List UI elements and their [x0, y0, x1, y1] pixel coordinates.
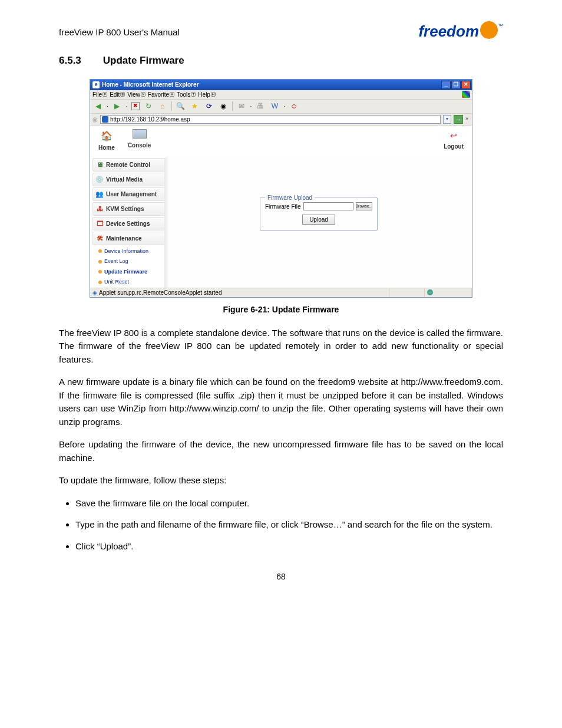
webapp-header: 🏠 Home Console ↩ Logout — [90, 126, 472, 156]
sidebar-item-label: Remote Control — [106, 160, 150, 169]
status-text: Applet sun.pp.rc.RemoteConsoleApplet sta… — [99, 288, 222, 297]
bullet-icon — [98, 249, 102, 253]
ie-page-icon — [102, 116, 108, 123]
page-number: 68 — [59, 571, 503, 583]
address-input[interactable]: http://192.168.10.23/home.asp — [100, 115, 441, 124]
address-dropdown[interactable]: ▾ — [443, 115, 451, 124]
step-item: Save the firmware file on the local comp… — [75, 497, 503, 510]
virtual-media-icon: 💿 — [95, 175, 104, 183]
logout-button[interactable]: ↩ Logout — [444, 130, 464, 151]
sidebar-item-user-management[interactable]: 👥 User Management — [92, 187, 166, 201]
body-para-1: The freeView IP 800 is a complete standa… — [59, 327, 503, 367]
window-title: Home - Microsoft Internet Explorer — [102, 80, 199, 89]
logo-9-icon — [480, 21, 498, 39]
go-button[interactable]: → — [454, 115, 463, 124]
menu-file[interactable]: FileF — [92, 90, 107, 99]
refresh-button[interactable]: ↻ — [143, 101, 154, 111]
section-heading: 6.5.3 Update Firmware — [59, 53, 503, 68]
bullet-icon — [98, 270, 102, 274]
sidebar-sub-event-log[interactable]: Event Log — [92, 256, 166, 267]
steps-list: Save the firmware file on the local comp… — [59, 497, 503, 554]
mail-button[interactable]: ✉ — [236, 101, 247, 111]
home-tab[interactable]: 🏠 Home — [98, 129, 115, 152]
sidebar-sub-label: Event Log — [104, 258, 128, 266]
browse-button[interactable]: Browse... — [356, 202, 372, 210]
console-tab[interactable]: Console — [128, 129, 151, 152]
upload-button[interactable]: Upload — [302, 215, 335, 225]
freedom9-logo: freedom™ — [418, 24, 503, 41]
sidebar-sub-label: Device Information — [104, 248, 148, 256]
back-button[interactable]: ◀ — [92, 101, 103, 111]
menu-favorite[interactable]: FavoriteA — [148, 90, 174, 99]
figure-caption: Figure 6-21: Update Firmware — [59, 304, 503, 316]
close-button[interactable]: ✕ — [461, 81, 471, 89]
remote-control-icon: 🖥 — [95, 160, 104, 169]
logout-icon: ↩ — [444, 130, 464, 142]
firmware-file-label: Firmware File — [265, 202, 301, 211]
sidebar-item-kvm-settings[interactable]: 🖧 KVM Settings — [92, 202, 166, 216]
forward-button[interactable]: ▶ — [112, 101, 123, 111]
webapp-body: 🖥 Remote Control 💿 Virtual Media 👥 User … — [90, 156, 472, 288]
sidebar-sub-device-information[interactable]: Device Information — [92, 246, 166, 257]
toolbar-overflow[interactable]: » — [465, 115, 468, 123]
body-para-3: Before updating the firmware of the devi… — [59, 438, 503, 465]
browser-window: e Home - Microsoft Internet Explorer _ ❐… — [90, 79, 472, 298]
menu-tools[interactable]: ToolsT — [177, 90, 196, 99]
step-item: Click “Upload”. — [75, 540, 503, 554]
messenger-button[interactable]: ☺ — [289, 101, 299, 111]
media-button[interactable]: ◉ — [218, 101, 229, 111]
content-area: Firmware Upload Firmware File Browse... … — [166, 156, 472, 288]
fieldset-legend: Firmware Upload — [265, 193, 315, 202]
body-para-4: To update the firmware, follow these ste… — [59, 474, 503, 487]
sidebar-item-label: Maintenance — [106, 234, 142, 243]
firmware-upload-fieldset: Firmware Upload Firmware File Browse... … — [260, 197, 378, 231]
menu-edit[interactable]: EditE — [110, 90, 125, 99]
sidebar-sub-update-firmware[interactable]: Update Firmware — [92, 267, 166, 278]
edit-word-button[interactable]: W — [269, 101, 280, 111]
user-management-icon: 👥 — [95, 190, 104, 198]
home-button[interactable]: ⌂ — [157, 101, 168, 111]
sidebar-item-maintenance[interactable]: 🛠 Maintenance — [92, 232, 166, 245]
internet-zone-icon — [427, 289, 433, 295]
minimize-button[interactable]: _ — [441, 81, 451, 89]
sidebar-sub-label: Unit Reset — [104, 278, 129, 286]
address-text: http://192.168.10.23/home.asp — [110, 115, 190, 124]
applet-icon: ◈ — [92, 288, 97, 297]
bullet-icon — [98, 260, 102, 263]
sidebar-item-virtual-media[interactable]: 💿 Virtual Media — [92, 173, 166, 186]
sidebar-item-label: Device Settings — [106, 219, 150, 228]
device-settings-icon: 🗔 — [95, 219, 104, 228]
sidebar-sub-unit-reset[interactable]: Unit Reset — [92, 277, 166, 288]
sidebar-sub-label: Update Firmware — [104, 268, 147, 276]
address-label-icon: ◎ — [92, 115, 98, 124]
titlebar: e Home - Microsoft Internet Explorer _ ❐… — [90, 80, 472, 90]
doc-header: freeView IP 800 User's Manual — [59, 26, 180, 39]
sidebar-item-label: User Management — [106, 190, 157, 199]
windows-flag-icon — [462, 91, 470, 98]
print-button[interactable]: 🖶 — [255, 101, 266, 111]
maximize-button[interactable]: ❐ — [451, 81, 461, 89]
sidebar-item-label: KVM Settings — [106, 205, 144, 213]
kvm-settings-icon: 🖧 — [95, 205, 104, 213]
sidebar-item-device-settings[interactable]: 🗔 Device Settings — [92, 217, 166, 230]
status-bar: ◈ Applet sun.pp.rc.RemoteConsoleApplet s… — [90, 288, 472, 297]
stop-button[interactable]: ✖ — [131, 102, 140, 110]
bullet-icon — [98, 281, 102, 284]
console-icon — [133, 129, 147, 139]
menu-bar: FileF EditE ViewV FavoriteA ToolsT HelpH — [90, 90, 472, 100]
sidebar-item-remote-control[interactable]: 🖥 Remote Control — [92, 158, 166, 172]
step-item: Type in the path and filename of the fir… — [75, 518, 503, 532]
history-button[interactable]: ⟳ — [204, 101, 214, 111]
menu-view[interactable]: ViewV — [127, 90, 146, 99]
maintenance-icon: 🛠 — [95, 234, 104, 242]
search-button[interactable]: 🔍 — [176, 101, 186, 111]
firmware-file-input[interactable] — [303, 202, 353, 210]
sidebar: 🖥 Remote Control 💿 Virtual Media 👥 User … — [90, 156, 166, 288]
home-icon: 🏠 — [98, 129, 115, 143]
toolbar: ◀· ▶· ✖ ↻ ⌂ 🔍 ★ ⟳ ◉ ✉· 🖶 W· ☺ — [90, 100, 472, 114]
menu-help[interactable]: HelpH — [198, 90, 216, 99]
ie-icon: e — [92, 81, 100, 88]
favorites-button[interactable]: ★ — [190, 101, 200, 111]
sidebar-item-label: Virtual Media — [106, 175, 143, 184]
body-para-2: A new firmware update is a binary file w… — [59, 375, 503, 429]
